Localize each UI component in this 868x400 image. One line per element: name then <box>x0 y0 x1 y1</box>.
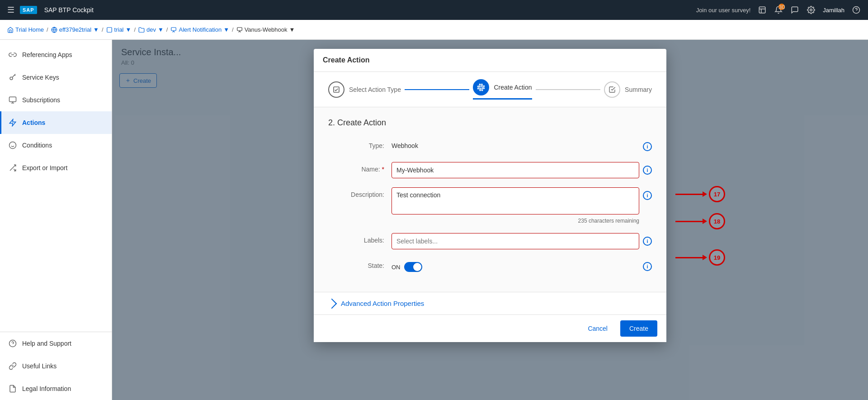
modal-title: Create Action <box>323 56 369 64</box>
state-info-icon[interactable]: i <box>643 262 652 271</box>
svg-point-3 <box>810 9 812 11</box>
hamburger-icon[interactable]: ☰ <box>7 5 14 15</box>
svg-rect-28 <box>334 87 339 92</box>
sidebar-label-conditions: Conditions <box>22 142 52 149</box>
svg-rect-8 <box>107 27 112 32</box>
char-count: 235 characters remaining <box>392 218 639 224</box>
form-row-labels: Labels: i <box>328 233 652 249</box>
sidebar-label-referencing-apps: Referencing Apps <box>22 51 72 58</box>
type-value: Webhook <box>392 138 639 153</box>
name-input[interactable] <box>392 162 639 178</box>
survey-icon[interactable] <box>758 5 767 14</box>
step-3-label: Summary <box>625 86 652 93</box>
top-navigation: ☰ SAP SAP BTP Cockpit Join our user surv… <box>0 0 868 20</box>
cancel-button[interactable]: Cancel <box>579 320 617 337</box>
create-action-modal: Create Action Select Action Type <box>314 49 666 342</box>
toggle-knob <box>413 263 421 271</box>
sidebar-label-subscriptions: Subscriptions <box>22 96 60 104</box>
step-1-circle <box>328 81 344 98</box>
breadcrumb-vanus-webhook: Vanus-Webhook ▼ <box>236 26 295 33</box>
svg-point-12 <box>10 77 13 80</box>
modal-body: 2. Create Action Type: Webhook i Name: <box>314 107 666 292</box>
sidebar-item-legal-info[interactable]: Legal Information <box>0 377 112 400</box>
sidebar-item-referencing-apps[interactable]: Referencing Apps <box>0 43 112 66</box>
settings-icon[interactable] <box>807 5 816 14</box>
sidebar-label-legal-info: Legal Information <box>22 385 71 392</box>
svg-rect-0 <box>760 7 766 13</box>
description-input[interactable] <box>392 187 639 214</box>
sap-logo: SAP <box>20 6 37 14</box>
step-connector-2-3 <box>536 89 601 90</box>
sidebar-label-export-import: Export or Import <box>22 164 67 171</box>
wizard-steps: Select Action Type Create Action <box>314 72 666 107</box>
state-label: State: <box>328 258 392 269</box>
name-field-wrap <box>392 162 639 178</box>
description-field-wrap: 235 characters remaining <box>392 187 639 224</box>
sidebar-item-subscriptions[interactable]: Subscriptions <box>0 89 112 111</box>
sidebar-item-useful-links[interactable]: Useful Links <box>0 355 112 377</box>
step-3-circle <box>604 81 620 98</box>
name-label: Name: * <box>328 162 392 173</box>
sidebar-item-actions[interactable]: Actions <box>0 111 112 134</box>
advanced-properties-section[interactable]: Advanced Action Properties <box>314 292 666 314</box>
labels-input[interactable] <box>392 233 639 249</box>
form-row-type: Type: Webhook i <box>328 138 652 153</box>
labels-label: Labels: <box>328 233 392 244</box>
chat-icon[interactable] <box>790 5 799 14</box>
survey-link[interactable]: Join our user survey! <box>696 7 751 14</box>
name-required: * <box>382 166 384 173</box>
svg-line-14 <box>15 75 16 76</box>
state-toggle[interactable] <box>404 262 422 272</box>
wizard-step-1: Select Action Type <box>328 81 401 98</box>
user-name[interactable]: Jamillah <box>823 7 844 14</box>
wizard-step-3: Summary <box>604 81 652 98</box>
toggle-on-label: ON <box>392 264 401 271</box>
sidebar-item-conditions[interactable]: Conditions <box>0 134 112 157</box>
chevron-right-icon <box>327 298 337 309</box>
notification-badge: 30 <box>778 4 785 10</box>
create-button[interactable]: Create <box>620 320 657 337</box>
help-icon[interactable] <box>852 5 861 14</box>
form-row-name: Name: * i <box>328 162 652 178</box>
svg-rect-9 <box>171 27 176 30</box>
svg-marker-18 <box>9 119 16 126</box>
type-field-wrap: Webhook <box>392 138 639 153</box>
sidebar-item-help-support[interactable]: Help and Support <box>0 332 112 355</box>
svg-rect-10 <box>237 27 242 30</box>
breadcrumb-space[interactable]: trial ▼ <box>106 26 132 33</box>
form-row-state: State: ON i <box>328 258 652 272</box>
app-title: SAP BTP Cockpit <box>44 6 94 14</box>
breadcrumb-alert-notification[interactable]: Alert Notification ▼ <box>170 26 229 33</box>
step-2-label: Create Action <box>494 84 532 91</box>
step-1-label: Select Action Type <box>349 86 401 93</box>
modal-overlay: Create Action Select Action Type <box>112 40 868 400</box>
modal-header: Create Action <box>314 49 666 72</box>
labels-info-icon[interactable]: i <box>643 237 652 246</box>
breadcrumb-trial-home[interactable]: Trial Home <box>7 26 44 33</box>
type-info-icon[interactable]: i <box>643 142 652 151</box>
state-field-wrap: ON <box>392 258 639 272</box>
labels-field-wrap <box>392 233 639 249</box>
svg-rect-15 <box>9 97 16 102</box>
state-toggle-wrap: ON <box>392 258 639 272</box>
sidebar-label-useful-links: Useful Links <box>22 362 57 370</box>
sidebar-item-service-keys[interactable]: Service Keys <box>0 66 112 89</box>
sidebar-bottom: Help and Support Useful Links Legal Info… <box>0 332 112 400</box>
sidebar-label-help-support: Help and Support <box>22 340 71 347</box>
modal-section-title: 2. Create Action <box>328 118 652 128</box>
svg-point-19 <box>9 142 16 149</box>
name-info-icon[interactable]: i <box>643 166 652 175</box>
content-area: Service Insta... All: 0 Create Create Ac… <box>112 40 868 400</box>
notifications-icon[interactable]: 30 <box>774 5 783 14</box>
advanced-label: Advanced Action Properties <box>341 300 424 307</box>
wizard-step-2: Create Action <box>473 79 532 100</box>
sidebar-label-actions: Actions <box>22 119 45 126</box>
description-info-icon[interactable]: i <box>643 191 652 200</box>
sidebar-item-export-import[interactable]: Export or Import <box>0 157 112 179</box>
step-2-circle <box>473 79 489 95</box>
description-label: Description: <box>328 187 392 198</box>
sidebar-label-service-keys: Service Keys <box>22 74 59 81</box>
breadcrumb-org[interactable]: eff379e2trial ▼ <box>51 26 99 33</box>
breadcrumb-dev[interactable]: dev ▼ <box>138 26 164 33</box>
sidebar: Referencing Apps Service Keys Subscripti… <box>0 40 112 400</box>
